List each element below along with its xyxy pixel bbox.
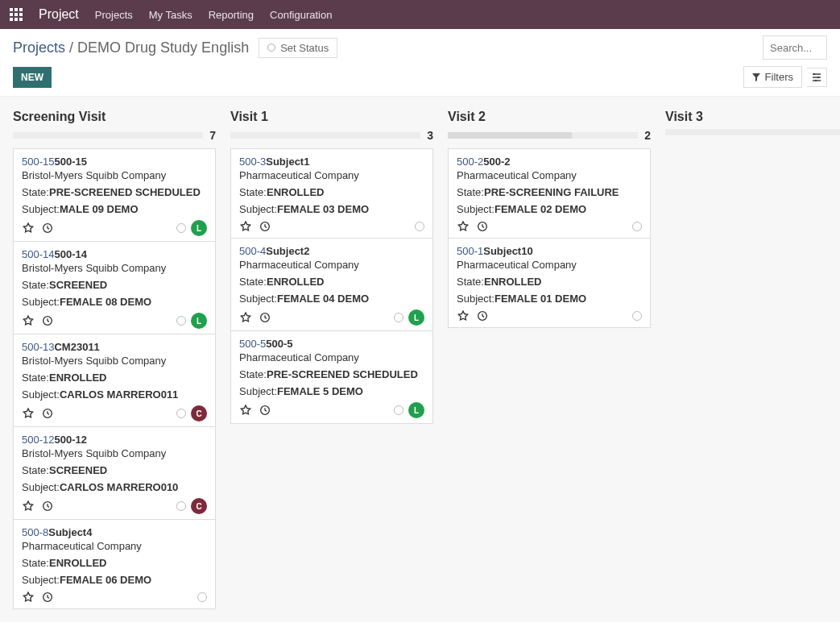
- clock-icon[interactable]: [41, 591, 54, 604]
- kanban-board: Screening Visit 7 500-15500-15 Bristol-M…: [0, 97, 840, 622]
- task-card[interactable]: 500-1Subject10 Pharmaceutical Company St…: [448, 238, 651, 328]
- star-icon[interactable]: [22, 407, 35, 420]
- status-dot[interactable]: [176, 223, 186, 233]
- task-card[interactable]: 500-14500-14 Bristol-Myers Squibb Compan…: [13, 241, 216, 334]
- breadcrumb-child: DEMO Drug Study English: [77, 39, 249, 56]
- app-brand[interactable]: Project: [39, 7, 79, 22]
- card-state: State:ENROLLED: [239, 276, 424, 288]
- clock-icon[interactable]: [259, 311, 271, 324]
- task-card[interactable]: 500-5500-5 Pharmaceutical Company State:…: [230, 330, 433, 424]
- card-title[interactable]: 500-5500-5: [239, 338, 424, 350]
- card-subject: Subject:FEMALE 04 DEMO: [239, 293, 424, 305]
- card-state: State:PRE-SCREENED SCHEDULED: [22, 186, 207, 198]
- column-title[interactable]: Visit 3: [665, 110, 703, 124]
- card-title[interactable]: 500-15500-15: [22, 156, 207, 168]
- star-icon[interactable]: [22, 222, 35, 235]
- avatar[interactable]: L: [191, 313, 207, 329]
- card-company: Pharmaceutical Company: [239, 169, 424, 181]
- task-card[interactable]: 500-13CM23011 Bristol-Myers Squibb Compa…: [13, 334, 216, 427]
- nav-item[interactable]: Reporting: [209, 9, 254, 21]
- star-icon[interactable]: [239, 404, 252, 417]
- column-progress-bar: [665, 129, 840, 135]
- page-header: Projects / DEMO Drug Study English Set S…: [0, 29, 840, 63]
- avatar[interactable]: L: [408, 402, 424, 418]
- card-company: Bristol-Myers Squibb Company: [22, 169, 207, 181]
- avatar[interactable]: L: [408, 309, 424, 326]
- card-title[interactable]: 500-4Subject2: [239, 245, 424, 257]
- nav-item[interactable]: My Tasks: [149, 9, 192, 21]
- task-card[interactable]: 500-12500-12 Bristol-Myers Squibb Compan…: [13, 426, 216, 520]
- card-state: State:SCREENED: [22, 279, 207, 291]
- column-title[interactable]: Visit 2: [448, 110, 486, 124]
- clock-icon[interactable]: [476, 220, 489, 233]
- column-title[interactable]: Screening Visit: [13, 110, 106, 124]
- new-button[interactable]: NEW: [13, 67, 52, 88]
- card-state: State:ENROLLED: [457, 276, 642, 288]
- kanban-column: Screening Visit 7 500-15500-15 Bristol-M…: [13, 110, 216, 609]
- card-state: State:ENROLLED: [239, 186, 424, 198]
- clock-icon[interactable]: [41, 500, 54, 513]
- card-title[interactable]: 500-2500-2: [457, 156, 642, 168]
- card-state: State:PRE-SCREENED SCHEDULED: [239, 368, 424, 380]
- apps-icon[interactable]: [10, 8, 23, 21]
- card-subject: Subject:FEMALE 08 DEMO: [22, 296, 207, 308]
- set-status-button[interactable]: Set Status: [259, 38, 337, 58]
- card-company: Bristol-Myers Squibb Company: [22, 447, 207, 459]
- clock-icon[interactable]: [259, 220, 271, 233]
- breadcrumb-parent[interactable]: Projects: [13, 39, 65, 56]
- status-dot[interactable]: [176, 409, 186, 418]
- task-card[interactable]: 500-15500-15 Bristol-Myers Squibb Compan…: [13, 148, 216, 242]
- card-title[interactable]: 500-13CM23011: [22, 341, 207, 353]
- card-title[interactable]: 500-3Subject1: [239, 156, 424, 168]
- card-company: Pharmaceutical Company: [239, 351, 424, 363]
- status-dot[interactable]: [632, 222, 642, 231]
- status-dot[interactable]: [176, 501, 186, 511]
- card-title[interactable]: 500-14500-14: [22, 248, 207, 260]
- task-card[interactable]: 500-8Subject4 Pharmaceutical Company Sta…: [13, 519, 216, 609]
- card-title[interactable]: 500-8Subject4: [22, 526, 207, 538]
- kanban-column: Visit 3: [665, 110, 840, 609]
- star-icon[interactable]: [457, 309, 470, 322]
- nav-item[interactable]: Configuration: [270, 9, 332, 21]
- card-company: Bristol-Myers Squibb Company: [22, 355, 207, 367]
- card-company: Bristol-Myers Squibb Company: [22, 262, 207, 274]
- settings-icon[interactable]: [807, 68, 827, 87]
- clock-icon[interactable]: [259, 404, 271, 417]
- task-card[interactable]: 500-4Subject2 Pharmaceutical Company Sta…: [230, 238, 433, 331]
- card-subject: Subject:FEMALE 02 DEMO: [457, 203, 642, 215]
- star-icon[interactable]: [457, 220, 470, 233]
- svg-point-1: [817, 76, 819, 77]
- column-count: 3: [427, 129, 433, 142]
- star-icon[interactable]: [22, 314, 35, 327]
- clock-icon[interactable]: [41, 314, 54, 327]
- status-dot[interactable]: [415, 222, 424, 231]
- column-title[interactable]: Visit 1: [230, 110, 268, 124]
- status-dot[interactable]: [176, 316, 186, 326]
- avatar[interactable]: C: [191, 405, 207, 421]
- star-icon[interactable]: [22, 591, 35, 604]
- card-state: State:ENROLLED: [22, 372, 207, 384]
- card-company: Pharmaceutical Company: [22, 540, 207, 552]
- star-icon[interactable]: [239, 311, 252, 324]
- clock-icon[interactable]: [41, 407, 54, 420]
- star-icon[interactable]: [239, 220, 252, 233]
- status-dot[interactable]: [394, 405, 403, 415]
- filters-button[interactable]: Filters: [743, 66, 802, 88]
- status-dot[interactable]: [197, 592, 207, 602]
- card-title[interactable]: 500-1Subject10: [457, 245, 642, 257]
- task-card[interactable]: 500-2500-2 Pharmaceutical Company State:…: [448, 148, 651, 239]
- card-subject: Subject:CARLOS MARRERO010: [22, 481, 207, 493]
- avatar[interactable]: C: [191, 498, 207, 514]
- card-company: Pharmaceutical Company: [239, 259, 424, 271]
- card-subject: Subject:CARLOS MARRERO011: [22, 388, 207, 401]
- status-dot[interactable]: [394, 313, 403, 322]
- clock-icon[interactable]: [41, 222, 54, 235]
- nav-item[interactable]: Projects: [95, 9, 133, 21]
- task-card[interactable]: 500-3Subject1 Pharmaceutical Company Sta…: [230, 148, 433, 239]
- search-input[interactable]: [763, 35, 827, 60]
- card-title[interactable]: 500-12500-12: [22, 434, 207, 446]
- status-dot[interactable]: [632, 311, 642, 321]
- clock-icon[interactable]: [476, 309, 489, 322]
- avatar[interactable]: L: [191, 220, 207, 236]
- star-icon[interactable]: [22, 500, 35, 513]
